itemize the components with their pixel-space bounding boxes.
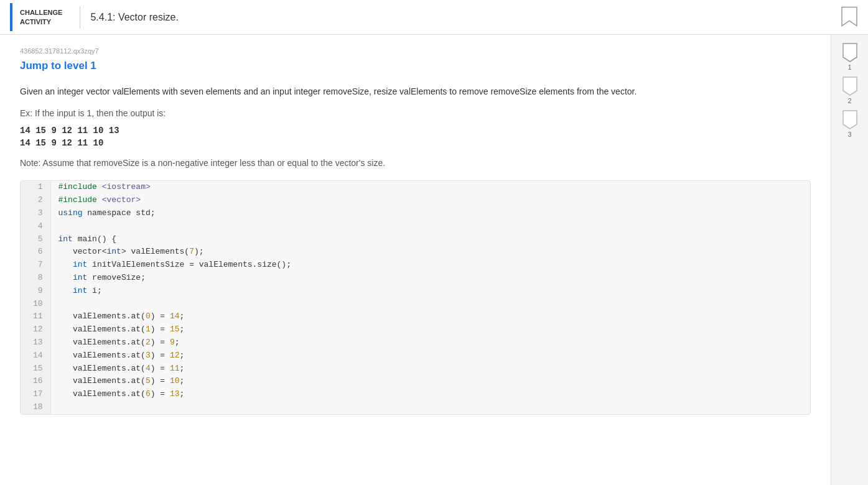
code-line: 12 valElements.at(1) = 15;	[21, 323, 810, 336]
line-content	[50, 298, 810, 311]
line-content: valElements.at(4) = 11;	[50, 363, 810, 376]
line-content: using namespace std;	[50, 207, 810, 220]
code-line: 11 valElements.at(0) = 14;	[21, 310, 810, 323]
line-content: valElements.at(3) = 12;	[50, 349, 810, 363]
code-editor: 1 #include <iostream> 2 #include <vector…	[20, 180, 811, 414]
line-content: int removeSize;	[50, 272, 810, 285]
code-line: 3 using namespace std;	[21, 207, 810, 220]
code-line: 10	[21, 298, 810, 311]
code-line: 15 valElements.at(4) = 11;	[21, 363, 810, 376]
line-number: 18	[21, 401, 50, 414]
line-content: #include <vector>	[50, 194, 810, 207]
code-line: 8 int removeSize;	[21, 272, 810, 285]
session-id: 436852.3178112.qx3zqy7	[20, 47, 811, 55]
code-line: 7 int initValElementsSize = valElements.…	[21, 259, 810, 272]
bookmark-button[interactable]	[841, 6, 858, 29]
line-number: 1	[21, 181, 50, 194]
level-badge-1[interactable]: 1	[842, 42, 858, 71]
line-content: int i;	[50, 285, 810, 298]
jump-to-level-link[interactable]: Jump to level 1	[20, 60, 811, 72]
header-divider	[80, 6, 80, 29]
output-line-2: 14 15 9 12 11 10	[20, 138, 811, 148]
output-line-1: 14 15 9 12 11 10 13	[20, 126, 811, 136]
line-number: 15	[21, 363, 50, 376]
content-area: 436852.3178112.qx3zqy7 Jump to level 1 G…	[0, 35, 831, 485]
line-number: 10	[21, 298, 50, 311]
code-line: 14 valElements.at(3) = 12;	[21, 349, 810, 363]
line-content: valElements.at(6) = 13;	[50, 388, 810, 401]
page-title: 5.4.1: Vector resize.	[90, 12, 178, 23]
line-content: int main() {	[50, 233, 810, 246]
line-number: 8	[21, 272, 50, 285]
header-left: CHALLENGE ACTIVITY 5.4.1: Vector resize.	[10, 3, 179, 31]
code-line: 17 valElements.at(6) = 13;	[21, 388, 810, 401]
example-label: Ex: If the input is 1, then the output i…	[20, 108, 811, 118]
note-text: Note: Assume that removeSize is a non-ne…	[20, 158, 811, 168]
line-number: 14	[21, 349, 50, 363]
level-badge-3[interactable]: 3	[842, 109, 858, 138]
line-content: int initValElementsSize = valElements.si…	[50, 259, 810, 272]
line-number: 6	[21, 246, 50, 259]
line-content: valElements.at(0) = 14;	[50, 310, 810, 323]
level-number-2: 2	[847, 97, 851, 104]
code-line: 16 valElements.at(5) = 10;	[21, 375, 810, 388]
level-badge-2[interactable]: 2	[842, 76, 858, 104]
line-number: 17	[21, 388, 50, 401]
line-number: 2	[21, 194, 50, 207]
code-line: 6 vector<int> valElements(7);	[21, 246, 810, 259]
problem-description: Given an integer vector valElements with…	[20, 85, 811, 98]
level-number-1: 1	[847, 63, 851, 71]
line-content: vector<int> valElements(7);	[50, 246, 810, 259]
line-content	[50, 401, 810, 414]
code-line: 1 #include <iostream>	[21, 181, 810, 194]
line-number: 5	[21, 233, 50, 246]
line-number: 12	[21, 323, 50, 336]
line-number: 16	[21, 375, 50, 388]
code-line: 18	[21, 401, 810, 414]
code-line: 13 valElements.at(2) = 9;	[21, 336, 810, 349]
code-line: 4	[21, 220, 810, 233]
line-number: 13	[21, 336, 50, 349]
challenge-activity-label: CHALLENGE ACTIVITY	[10, 3, 70, 31]
line-content: valElements.at(5) = 10;	[50, 375, 810, 388]
line-content: valElements.at(2) = 9;	[50, 336, 810, 349]
code-line: 2 #include <vector>	[21, 194, 810, 207]
line-number: 3	[21, 207, 50, 220]
level-number-3: 3	[847, 131, 851, 138]
level-sidebar: 1 2 3	[831, 35, 868, 485]
line-number: 7	[21, 259, 50, 272]
line-content	[50, 220, 810, 233]
code-table: 1 #include <iostream> 2 #include <vector…	[21, 181, 810, 413]
line-content: valElements.at(1) = 15;	[50, 323, 810, 336]
line-number: 9	[21, 285, 50, 298]
line-number: 11	[21, 310, 50, 323]
main-layout: 436852.3178112.qx3zqy7 Jump to level 1 G…	[0, 35, 868, 485]
code-line: 9 int i;	[21, 285, 810, 298]
code-line: 5 int main() {	[21, 233, 810, 246]
line-content: #include <iostream>	[50, 181, 810, 194]
line-number: 4	[21, 220, 50, 233]
header: CHALLENGE ACTIVITY 5.4.1: Vector resize.	[0, 0, 868, 35]
